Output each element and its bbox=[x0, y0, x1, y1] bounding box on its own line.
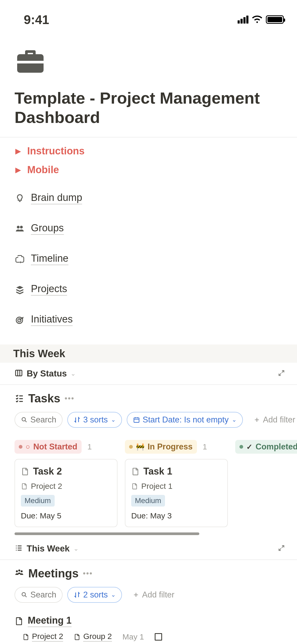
more-icon[interactable]: ••• bbox=[83, 569, 93, 578]
caret-right-icon: ▶ bbox=[15, 147, 22, 155]
db-header-tasks[interactable]: Tasks ••• bbox=[0, 385, 297, 409]
view-label: This Week bbox=[27, 544, 70, 554]
link-initiatives[interactable]: Initiatives bbox=[15, 306, 282, 337]
svg-point-8 bbox=[18, 570, 20, 572]
svg-point-5 bbox=[22, 418, 25, 421]
chevron-down-icon: ⌄ bbox=[111, 591, 116, 598]
more-icon[interactable]: ••• bbox=[65, 394, 75, 403]
sorts-pill[interactable]: 3 sorts ⌄ bbox=[67, 412, 122, 428]
chevron-down-icon: ⌄ bbox=[70, 370, 76, 377]
status-icons-group bbox=[238, 15, 284, 24]
add-filter-button[interactable]: Add filter bbox=[127, 587, 180, 602]
toggle-label: Instructions bbox=[27, 145, 84, 157]
lane-completed: ✓ Completed bbox=[235, 440, 297, 527]
section-header-this-week: This Week bbox=[0, 344, 297, 363]
sorts-label: 3 sorts bbox=[83, 415, 108, 425]
status-bar: 9:41 bbox=[0, 0, 297, 32]
sorts-label: 2 sorts bbox=[83, 590, 108, 600]
view-label: By Status bbox=[27, 369, 67, 379]
db-title: Meetings bbox=[28, 567, 79, 580]
link-label: Timeline bbox=[31, 253, 68, 265]
scrollbar-thumb[interactable] bbox=[15, 532, 199, 535]
page-title[interactable]: Template - Project Management Dashboard bbox=[0, 80, 297, 132]
battery-icon bbox=[266, 15, 284, 24]
link-projects[interactable]: Projects bbox=[15, 276, 282, 306]
card-title: Task 1 bbox=[143, 466, 172, 477]
meeting-group[interactable]: Group 2 bbox=[74, 632, 112, 642]
lane-in-progress: 🚧 In Progress 1 Task 1 Project 1 Medium … bbox=[125, 440, 228, 527]
status-dot-icon bbox=[239, 445, 243, 449]
card-project: Project 1 bbox=[141, 482, 172, 491]
add-filter-label: Add filter bbox=[142, 590, 174, 600]
lane-count: 1 bbox=[203, 442, 207, 451]
search-button[interactable]: Search bbox=[15, 587, 63, 603]
view-bar-tasks: By Status ⌄ bbox=[0, 363, 297, 385]
link-label: Projects bbox=[31, 283, 67, 296]
check-icon: ✓ bbox=[246, 443, 252, 451]
sorts-pill[interactable]: 2 sorts ⌄ bbox=[67, 587, 122, 603]
filter-start-date-pill[interactable]: Start Date: Is not empty ⌄ bbox=[127, 412, 243, 428]
view-selector-by-status[interactable]: By Status ⌄ bbox=[15, 369, 76, 379]
link-label: Initiatives bbox=[31, 314, 73, 326]
filter-row-tasks: Search 3 sorts ⌄ Start Date: Is not empt… bbox=[0, 409, 297, 435]
expand-icon[interactable] bbox=[278, 544, 285, 553]
status-dot-icon bbox=[129, 445, 133, 449]
page-icon-briefcase[interactable] bbox=[15, 45, 282, 78]
meeting-date-label: May 1 bbox=[122, 632, 144, 641]
meeting-icon bbox=[15, 568, 24, 579]
svg-point-7 bbox=[16, 571, 18, 573]
kanban-board[interactable]: ○ Not Started 1 Task 2 Project 2 Medium … bbox=[0, 435, 297, 527]
expand-icon[interactable] bbox=[278, 369, 285, 378]
page-icon bbox=[21, 483, 28, 490]
task-card[interactable]: Task 2 Project 2 Medium Due: May 5 bbox=[15, 459, 117, 527]
card-title: Task 2 bbox=[33, 466, 62, 477]
page-icon bbox=[74, 633, 81, 640]
status-chip-in-progress[interactable]: 🚧 In Progress bbox=[125, 440, 197, 454]
db-title: Tasks bbox=[28, 392, 60, 405]
view-bar-meetings: This Week ⌄ bbox=[0, 538, 297, 560]
page-icon bbox=[22, 633, 29, 640]
status-label: Completed bbox=[256, 442, 297, 452]
link-timeline[interactable]: Timeline bbox=[15, 245, 282, 276]
priority-tag: Medium bbox=[131, 495, 165, 507]
status-dot-icon bbox=[19, 445, 22, 449]
list-icon bbox=[15, 544, 23, 553]
add-filter-button[interactable]: Add filter bbox=[248, 412, 297, 427]
link-brain-dump[interactable]: Brain dump bbox=[15, 185, 282, 215]
toggle-instructions[interactable]: ▶ Instructions bbox=[15, 142, 282, 160]
wifi-icon bbox=[252, 15, 263, 24]
board-icon bbox=[15, 369, 23, 378]
svg-point-1 bbox=[20, 226, 23, 229]
status-chip-completed[interactable]: ✓ Completed bbox=[235, 440, 297, 454]
page-icon bbox=[21, 467, 29, 476]
people-icon bbox=[15, 223, 25, 234]
status-chip-not-started[interactable]: ○ Not Started bbox=[15, 440, 82, 454]
meeting-list-item[interactable]: Meeting 1 Project 2 Group 2 May 1 bbox=[0, 610, 297, 642]
svg-rect-6 bbox=[134, 418, 139, 422]
link-groups[interactable]: Groups bbox=[15, 215, 282, 245]
meeting-project[interactable]: Project 2 bbox=[22, 632, 63, 642]
db-header-meetings[interactable]: Meetings ••• bbox=[0, 560, 297, 584]
card-due: Due: May 5 bbox=[21, 511, 111, 520]
meeting-project-label: Project 2 bbox=[32, 632, 63, 642]
add-filter-label: Add filter bbox=[263, 415, 295, 425]
construction-icon: 🚧 bbox=[136, 443, 144, 451]
toggle-mobile[interactable]: ▶ Mobile bbox=[15, 160, 282, 179]
meeting-date: May 1 bbox=[122, 632, 144, 641]
status-time: 9:41 bbox=[24, 12, 49, 27]
filter-row-meetings: Search 2 sorts ⌄ Add filter bbox=[0, 584, 297, 610]
lightbulb-icon bbox=[15, 193, 25, 204]
page-icon bbox=[15, 617, 23, 625]
task-card[interactable]: Task 1 Project 1 Medium Due: May 3 bbox=[125, 459, 228, 527]
svg-point-0 bbox=[17, 226, 20, 229]
search-button[interactable]: Search bbox=[15, 412, 63, 428]
horizontal-scrollbar[interactable] bbox=[15, 532, 199, 535]
link-label: Brain dump bbox=[31, 192, 82, 204]
cellular-signal-icon bbox=[238, 16, 248, 24]
meeting-title: Meeting 1 bbox=[28, 615, 72, 627]
briefcase-share-icon bbox=[15, 254, 25, 264]
view-selector-this-week[interactable]: This Week ⌄ bbox=[15, 544, 79, 554]
chevron-down-icon: ⌄ bbox=[232, 416, 237, 423]
meeting-checkbox[interactable] bbox=[155, 633, 162, 641]
toggle-label: Mobile bbox=[27, 164, 59, 176]
